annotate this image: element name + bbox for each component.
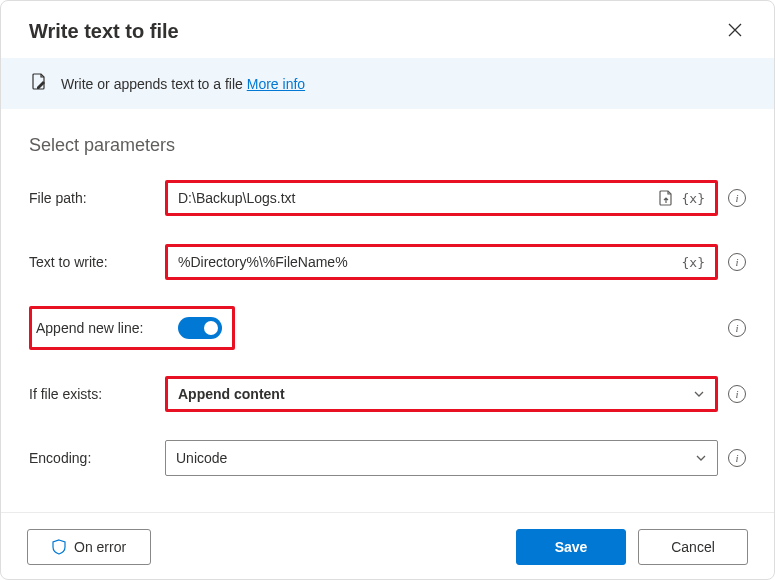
- close-button[interactable]: [724, 19, 746, 44]
- file-path-row: File path: D:\Backup\Logs.txt {x} i: [29, 178, 746, 218]
- chevron-down-icon: [695, 452, 707, 464]
- save-button[interactable]: Save: [516, 529, 626, 565]
- section-title: Select parameters: [29, 135, 746, 156]
- file-path-input[interactable]: D:\Backup\Logs.txt {x}: [165, 180, 718, 216]
- dialog-title: Write text to file: [29, 20, 179, 43]
- file-path-info-icon[interactable]: i: [728, 189, 746, 207]
- save-label: Save: [555, 539, 588, 555]
- if-file-exists-info-icon[interactable]: i: [728, 385, 746, 403]
- encoding-label: Encoding:: [29, 450, 165, 466]
- encoding-row: Encoding: Unicode i: [29, 438, 746, 478]
- dialog-body: Select parameters File path: D:\Backup\L…: [1, 109, 774, 512]
- variable-picker-icon[interactable]: {x}: [682, 191, 705, 206]
- file-path-label: File path:: [29, 190, 165, 206]
- on-error-button[interactable]: On error: [27, 529, 151, 565]
- encoding-select[interactable]: Unicode: [165, 440, 718, 476]
- dialog-header: Write text to file: [1, 1, 774, 58]
- text-to-write-value: %Directory%\%FileName%: [178, 254, 682, 270]
- banner-desc: Write or appends text to a file: [61, 76, 247, 92]
- more-info-link[interactable]: More info: [247, 76, 305, 92]
- append-new-line-info-icon[interactable]: i: [728, 319, 746, 337]
- file-path-value: D:\Backup\Logs.txt: [178, 190, 658, 206]
- text-to-write-row: Text to write: %Directory%\%FileName% {x…: [29, 242, 746, 282]
- on-error-label: On error: [74, 539, 126, 555]
- info-banner: Write or appends text to a file More inf…: [1, 58, 774, 109]
- append-new-line-label: Append new line:: [36, 320, 168, 336]
- cancel-label: Cancel: [671, 539, 715, 555]
- if-file-exists-select[interactable]: Append content: [165, 376, 718, 412]
- write-file-icon: [29, 72, 49, 95]
- text-to-write-input[interactable]: %Directory%\%FileName% {x}: [165, 244, 718, 280]
- text-to-write-info-icon[interactable]: i: [728, 253, 746, 271]
- shield-icon: [52, 539, 66, 555]
- variable-picker-icon[interactable]: {x}: [682, 255, 705, 270]
- encoding-info-icon[interactable]: i: [728, 449, 746, 467]
- if-file-exists-value: Append content: [178, 386, 285, 402]
- dialog-footer: On error Save Cancel: [1, 512, 774, 580]
- append-new-line-toggle[interactable]: [178, 317, 222, 339]
- write-text-to-file-dialog: Write text to file Write or appends text…: [0, 0, 775, 580]
- chevron-down-icon: [693, 388, 705, 400]
- text-to-write-label: Text to write:: [29, 254, 165, 270]
- close-icon: [728, 23, 742, 37]
- if-file-exists-label: If file exists:: [29, 386, 165, 402]
- banner-text: Write or appends text to a file More inf…: [61, 76, 305, 92]
- cancel-button[interactable]: Cancel: [638, 529, 748, 565]
- if-file-exists-row: If file exists: Append content i: [29, 374, 746, 414]
- append-new-line-row: Append new line: i: [29, 306, 746, 350]
- encoding-value: Unicode: [176, 450, 227, 466]
- file-picker-icon[interactable]: [658, 190, 674, 206]
